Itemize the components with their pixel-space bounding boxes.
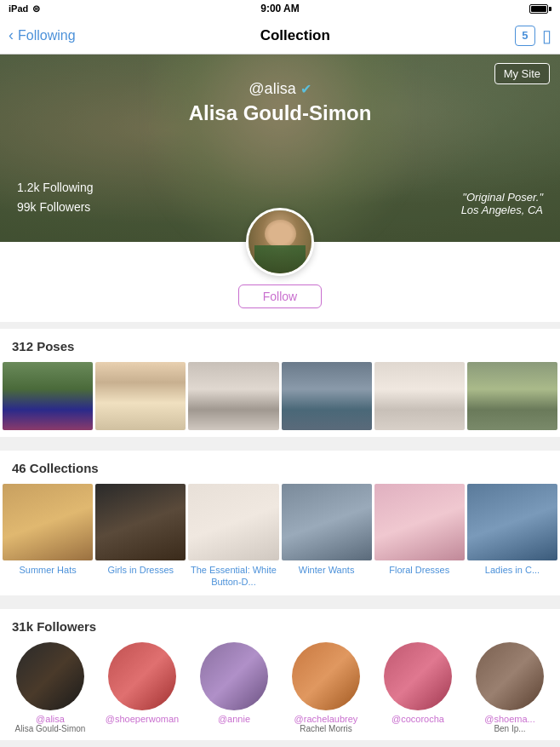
collection-thumb-1 [3, 484, 93, 560]
battery-fill [531, 6, 546, 12]
notification-badge[interactable]: 5 [515, 26, 535, 46]
followers-section: 31k Followers @alisa Alisa Gould-Simon @… [0, 609, 560, 740]
battery-body [529, 4, 548, 14]
hero-content: @alisa ✔ Alisa Gould-Simon [0, 55, 560, 125]
pose-thumb-4[interactable] [282, 362, 372, 430]
chevron-left-icon: ‹ [9, 26, 14, 44]
profile-stats-left: 1.2k Following 99k Followers [17, 178, 94, 216]
following-count: 1.2k Following [17, 178, 94, 197]
follow-button[interactable]: Follow [238, 284, 322, 308]
follower-avatar-2 [108, 642, 176, 710]
avatar-follow-row: Follow [0, 242, 560, 322]
battery-tip [549, 7, 551, 11]
collection-label-2: Girls in Dresses [106, 560, 175, 576]
poses-section: 312 Poses [0, 329, 560, 437]
poses-title: 312 Poses [0, 339, 560, 362]
collection-thumb-2 [95, 484, 186, 560]
collections-grid: Summer Hats Girls in Dresses The Essenti… [0, 484, 560, 589]
battery-indicator [529, 4, 551, 14]
username-text: @alisa [249, 80, 295, 98]
wifi-icon: ⊜ [32, 3, 40, 14]
follower-item-3[interactable]: @annie [191, 642, 277, 733]
divider-2 [0, 595, 560, 602]
pose-thumb-2[interactable] [95, 362, 186, 430]
collection-label-1: Summer Hats [17, 560, 77, 576]
collection-label-3: The Essential: White Button-D... [188, 560, 278, 589]
collection-item-1[interactable]: Summer Hats [3, 484, 93, 589]
profile-fullname: Alisa Gould-Simon [189, 101, 372, 125]
pose-thumb-6[interactable] [467, 362, 557, 430]
collection-thumb-3 [188, 484, 278, 560]
profile-stats-right: "Original Poser." Los Angeles, CA [461, 191, 543, 216]
poses-grid [0, 362, 560, 430]
follower-item-5[interactable]: @cocorocha [374, 642, 461, 733]
follower-avatar-4 [292, 642, 360, 710]
collection-item-6[interactable]: Ladies in C... [467, 484, 557, 589]
share-icon[interactable]: ▯ [542, 26, 551, 46]
collections-section: 46 Collections Summer Hats Girls in Dres… [0, 451, 560, 595]
follower-item-1[interactable]: @alisa Alisa Gould-Simon [7, 642, 94, 733]
avatar [246, 208, 314, 276]
device-label: iPad [9, 3, 28, 14]
followers-row: @alisa Alisa Gould-Simon @shoeperwoman @… [0, 642, 560, 733]
verified-icon: ✔ [300, 81, 311, 97]
follower-item-2[interactable]: @shoeperwoman [99, 642, 186, 733]
collection-thumb-5 [374, 484, 465, 560]
followers-count: 99k Followers [17, 198, 94, 216]
collection-item-3[interactable]: The Essential: White Button-D... [188, 484, 278, 589]
follower-username-1: @alisa [36, 714, 65, 724]
pose-thumb-5[interactable] [374, 362, 465, 430]
nav-bar: ‹ Following Collection 5 ▯ [0, 17, 560, 55]
collection-item-2[interactable]: Girls in Dresses [95, 484, 186, 589]
follower-avatar-6 [476, 642, 544, 710]
follower-username-4: @rachelaubrey [294, 714, 358, 724]
back-button[interactable]: ‹ Following [9, 26, 76, 44]
my-site-button[interactable]: My Site [494, 63, 550, 84]
divider-1 [0, 437, 560, 444]
pose-thumb-1[interactable] [3, 362, 93, 430]
back-label: Following [18, 28, 76, 43]
follower-username-5: @cocorocha [391, 714, 444, 724]
follower-fullname-1: Alisa Gould-Simon [15, 724, 86, 733]
status-time: 9:00 AM [260, 3, 300, 14]
collection-label-6: Ladies in C... [483, 560, 541, 576]
collection-thumb-6 [467, 484, 557, 560]
follower-avatar-3 [200, 642, 268, 710]
page-title: Collection [260, 27, 330, 44]
collection-label-4: Winter Wants [297, 560, 357, 576]
nav-actions: 5 ▯ [515, 26, 551, 46]
profile-bio: "Original Poser." [461, 191, 543, 204]
follower-avatar-1 [16, 642, 84, 710]
avatar-image [249, 210, 311, 273]
follower-username-6: @shoema... [484, 714, 534, 724]
collections-title: 46 Collections [0, 461, 560, 484]
profile-location: Los Angeles, CA [461, 204, 543, 216]
profile-username: @alisa ✔ [249, 80, 311, 98]
divider-3 [0, 740, 560, 747]
follower-item-4[interactable]: @rachelaubrey Rachel Morris [283, 642, 369, 733]
status-left: iPad ⊜ [9, 3, 40, 14]
follower-avatar-5 [384, 642, 452, 710]
collection-thumb-4 [282, 484, 372, 560]
pose-thumb-3[interactable] [188, 362, 278, 430]
follower-fullname-6: Ben Ip... [494, 724, 525, 733]
follower-fullname-4: Rachel Morris [300, 724, 352, 733]
follower-username-2: @shoeperwoman [106, 714, 179, 724]
collection-label-5: Floral Dresses [387, 560, 451, 576]
followers-title: 31k Followers [0, 619, 560, 642]
follower-username-3: @annie [218, 714, 250, 724]
collection-item-5[interactable]: Floral Dresses [374, 484, 465, 589]
follower-item-6[interactable]: @shoema... Ben Ip... [466, 642, 553, 733]
collection-item-4[interactable]: Winter Wants [282, 484, 372, 589]
status-bar: iPad ⊜ 9:00 AM [0, 0, 560, 17]
